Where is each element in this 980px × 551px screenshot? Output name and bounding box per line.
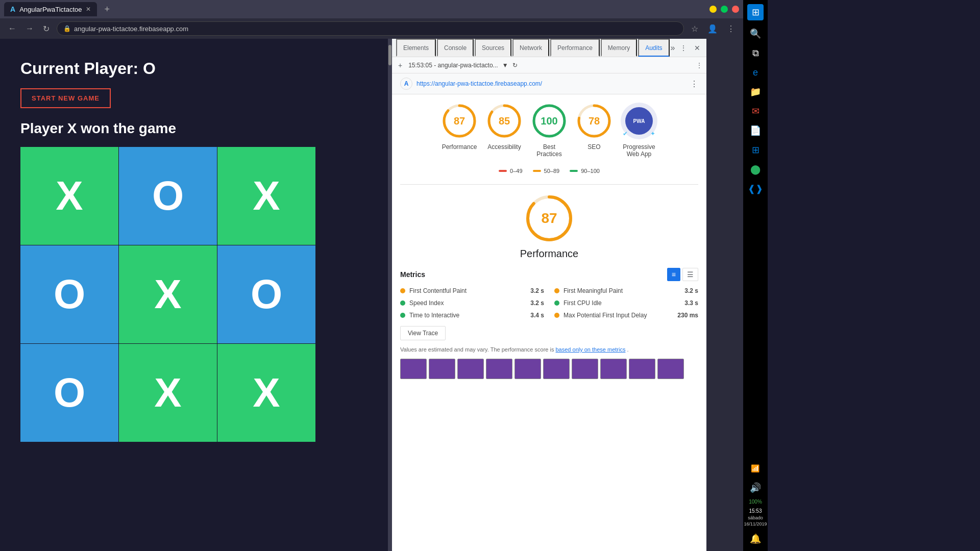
audit-url-more[interactable]: ⋮ <box>690 79 698 89</box>
audit-timestamp: 15:53:05 - angular-pwa-tictacto... <box>408 62 498 69</box>
performance-circle: 87 <box>441 103 478 139</box>
taskbar-mail-btn[interactable]: ✉ <box>747 103 764 119</box>
audit-toolbar: + 15:53:05 - angular-pwa-tictacto... ▼ ↻… <box>392 57 706 73</box>
scrollbar-thumb[interactable] <box>388 45 391 65</box>
taskbar-vscode-btn[interactable]: ❰❱ <box>747 181 764 197</box>
forward-btn[interactable]: → <box>23 22 36 35</box>
fmp-dot <box>554 288 559 293</box>
fcp-name: First Contentful Paint <box>409 287 526 294</box>
perf-section: 87 Performance <box>400 193 698 260</box>
grid-view-btn[interactable]: ≡ <box>667 268 680 281</box>
score-legend: 0–49 50–89 90–100 <box>400 168 698 174</box>
cell-2-0[interactable]: O <box>20 344 118 442</box>
profile-btn[interactable]: 👤 <box>705 22 720 36</box>
taskbar-network-icon[interactable]: 📶 <box>747 460 764 477</box>
close-btn[interactable]: ✕ <box>732 6 739 13</box>
cell-1-1[interactable]: X <box>119 245 217 343</box>
best-practices-score: 100 <box>541 115 557 127</box>
cell-0-2[interactable]: X <box>217 147 315 245</box>
start-new-game-button[interactable]: START NEW GAME <box>20 88 111 108</box>
best-practices-label: Best Practices <box>531 143 567 158</box>
taskbar-store-btn[interactable]: ⊞ <box>747 142 764 158</box>
taskbar-sound-icon[interactable]: 🔊 <box>747 480 764 496</box>
devtools-close-btn[interactable]: ✕ <box>692 43 702 53</box>
metric-mpfid: Max Potential First Input Delay 230 ms <box>554 312 698 319</box>
footnote-link[interactable]: based only on these metrics <box>555 346 625 353</box>
audit-reload-icon[interactable]: ↻ <box>512 62 518 69</box>
tab-memory[interactable]: Memory <box>601 39 637 57</box>
taskbar-pdf-btn[interactable]: 📄 <box>747 122 764 139</box>
film-frame-5 <box>514 359 541 379</box>
pwa-label: Progressive Web App <box>621 143 657 158</box>
film-frame-7 <box>572 359 598 379</box>
taskbar-notification-btn[interactable]: 🔔 <box>747 531 764 547</box>
start-menu-btn[interactable]: ⊞ <box>747 4 764 20</box>
audit-favicon: A <box>400 78 412 90</box>
refresh-btn[interactable]: ↻ <box>41 22 52 36</box>
tab-performance[interactable]: Performance <box>550 39 600 57</box>
audit-more[interactable]: ⋮ <box>696 62 702 69</box>
performance-score: 87 <box>454 115 465 127</box>
list-view-btn[interactable]: ☰ <box>682 268 698 281</box>
taskbar-edge-btn[interactable]: e <box>747 64 764 81</box>
back-btn[interactable]: ← <box>6 22 18 35</box>
tab-console[interactable]: Console <box>437 39 474 57</box>
menu-btn[interactable]: ⋮ <box>725 22 737 36</box>
view-trace-btn[interactable]: View Trace <box>400 326 446 340</box>
main-area: Current Player: O START NEW GAME Player … <box>0 39 743 551</box>
score-seo: 78 SEO <box>576 103 612 151</box>
game-board: X O X O X O O X X <box>20 147 368 442</box>
url-text: angular-pwa-tictactoe.firebaseapp.com <box>74 25 188 33</box>
devtools-tabs: Elements Console Sources Network Perform… <box>392 39 706 57</box>
film-frame-2 <box>429 359 455 379</box>
taskbar-files-btn[interactable]: 📁 <box>747 84 764 100</box>
taskbar-clock[interactable]: 15:53 sábado16/11/2019 <box>744 508 767 528</box>
cell-2-2[interactable]: X <box>217 344 315 442</box>
fci-name: First CPU Idle <box>564 299 680 307</box>
cell-0-0[interactable]: X <box>20 147 118 245</box>
new-tab-btn[interactable]: + <box>101 4 113 15</box>
cell-1-0[interactable]: O <box>20 245 118 343</box>
metric-fmp: First Meaningful Paint 3.2 s <box>554 287 698 294</box>
winner-text: Player X won the game <box>20 120 368 137</box>
cell-1-2[interactable]: O <box>217 245 315 343</box>
score-best-practices: 100 Best Practices <box>531 103 568 158</box>
browser-tab-active[interactable]: A AngularPwaTictactoe ✕ <box>4 2 97 16</box>
film-frame-10 <box>657 359 684 379</box>
tab-close-btn[interactable]: ✕ <box>86 6 91 13</box>
address-bar[interactable]: 🔒 angular-pwa-tictactoe.firebaseapp.com <box>57 21 684 36</box>
legend-orange-label: 50–89 <box>544 168 560 174</box>
tab-title: AngularPwaTictactoe <box>19 6 82 13</box>
tab-network[interactable]: Network <box>512 39 549 57</box>
bookmark-btn[interactable]: ☆ <box>689 22 700 36</box>
fmp-value: 3.2 s <box>684 287 698 294</box>
windows-taskbar: ⊞ 🔍 ⧉ e 📁 ✉ 📄 ⊞ ⬤ ❰❱ 📶 🔊 100% 15:53 sába… <box>743 0 768 551</box>
add-audit-btn[interactable]: + <box>396 60 404 70</box>
seo-score: 78 <box>589 115 600 127</box>
more-tabs-btn[interactable]: » <box>671 43 675 53</box>
pwa-text: PWA <box>633 118 645 124</box>
taskbar-chrome-btn[interactable]: ⬤ <box>747 161 764 178</box>
maximize-btn[interactable]: □ <box>721 6 728 13</box>
pwa-check-icon: ✔ <box>623 130 628 137</box>
devtools-panel: Elements Console Sources Network Perform… <box>392 39 706 551</box>
fcp-dot <box>400 288 405 293</box>
cell-0-1[interactable]: O <box>119 147 217 245</box>
audit-url-link[interactable]: https://angular-pwa-tictactoe.firebaseap… <box>416 80 542 87</box>
film-frame-3 <box>457 359 484 379</box>
metric-fci: First CPU Idle 3.3 s <box>554 299 698 307</box>
performance-label: Performance <box>442 143 477 151</box>
devtools-menu-btn[interactable]: ⋮ <box>678 43 689 53</box>
taskbar-search-btn[interactable]: 🔍 <box>747 26 764 42</box>
legend-red-label: 0–49 <box>510 168 522 174</box>
tab-audits[interactable]: Audits <box>638 39 669 57</box>
tab-sources[interactable]: Sources <box>475 39 511 57</box>
nav-bar: ← → ↻ 🔒 angular-pwa-tictactoe.firebaseap… <box>0 18 743 39</box>
cell-2-1[interactable]: X <box>119 344 217 442</box>
network-signal-icon: 📶 <box>751 464 760 472</box>
mpfid-value: 230 ms <box>677 312 698 319</box>
taskbar-task-view-btn[interactable]: ⧉ <box>747 45 764 61</box>
audit-dropdown-icon[interactable]: ▼ <box>502 62 508 69</box>
minimize-btn[interactable]: — <box>709 6 717 13</box>
tab-elements[interactable]: Elements <box>396 39 436 57</box>
